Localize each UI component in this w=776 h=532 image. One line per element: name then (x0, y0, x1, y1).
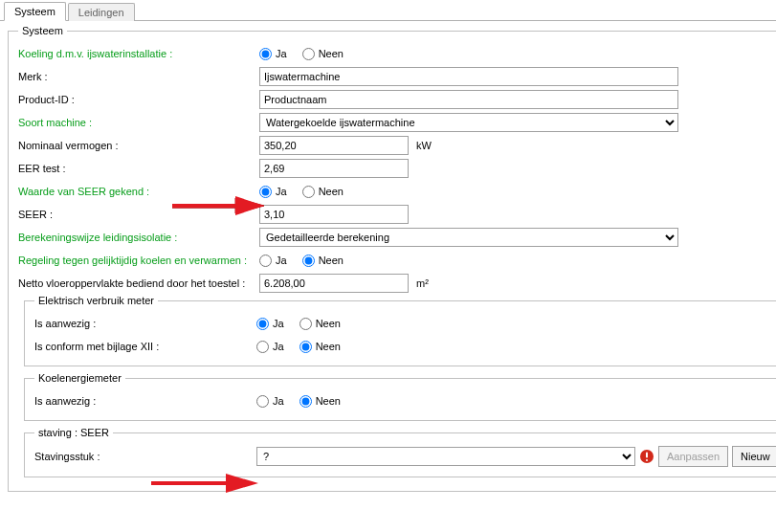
eertest-input[interactable] (259, 159, 409, 178)
error-icon (639, 449, 654, 464)
label-elek-conform: Is conform met bijlage XII : (34, 341, 256, 352)
label-regeling: Regeling tegen gelijktijdig koelen en ve… (18, 255, 259, 266)
elek-aanwezig-neen[interactable]: Neen (299, 318, 341, 330)
staving-fieldset: staving : SEER Stavingsstuk : ? Aanpasse… (24, 427, 776, 477)
seer-known-neen[interactable]: Neen (302, 186, 344, 198)
koel-aanwezig-ja[interactable]: Ja (256, 395, 284, 408)
netto-unit: m² (416, 277, 429, 289)
nominaal-unit: kW (416, 140, 432, 151)
tab-systeem[interactable]: Systeem (4, 2, 66, 21)
regeling-neen[interactable]: Neen (302, 255, 344, 267)
soort-select[interactable]: Watergekoelde ijswatermachine (259, 113, 678, 132)
koel-aanwezig-neen[interactable]: Neen (299, 395, 341, 408)
seer-known-ja[interactable]: Ja (259, 186, 287, 198)
seer-input[interactable] (259, 205, 409, 224)
label-nominaal: Nominaal vermogen : (18, 140, 259, 151)
stavingsstuk-select[interactable]: ? (256, 447, 635, 466)
tab-leidingen[interactable]: Leidingen (68, 3, 135, 21)
label-koel-aanwezig: Is aanwezig : (34, 395, 256, 407)
elektrisch-fieldset: Elektrisch verbruik meter Is aanwezig : … (24, 295, 776, 366)
label-bereken: Berekeningswijze leidingsisolatie : (18, 232, 259, 243)
merk-input[interactable] (259, 67, 678, 86)
elek-conform-neen[interactable]: Neen (299, 341, 341, 353)
koelenergie-legend: Koelenergiemeter (34, 372, 125, 384)
nominaal-input[interactable] (259, 136, 409, 155)
elek-conform-ja[interactable]: Ja (256, 341, 284, 353)
aanpassen-button: Aanpassen (658, 446, 728, 467)
label-stavingsstuk: Stavingsstuk : (34, 451, 256, 462)
koeling-ja[interactable]: Ja (259, 48, 287, 60)
regeling-ja[interactable]: Ja (259, 255, 287, 267)
nieuw-button[interactable]: Nieuw (732, 446, 776, 467)
staving-legend: staving : SEER (34, 427, 113, 438)
label-productid: Product-ID : (18, 94, 259, 105)
label-seer-known: Waarde van SEER gekend : (18, 186, 259, 197)
label-koeling: Koeling d.m.v. ijswaterinstallatie : (18, 48, 259, 59)
elek-aanwezig-ja[interactable]: Ja (256, 318, 284, 330)
systeem-fieldset: Systeem Koeling d.m.v. ijswaterinstallat… (8, 25, 776, 492)
bereken-select[interactable]: Gedetailleerde berekening (259, 228, 678, 247)
productid-input[interactable] (259, 90, 678, 109)
label-netto: Netto vloeroppervlakte bediend door het … (18, 277, 259, 289)
label-elek-aanwezig: Is aanwezig : (34, 318, 256, 329)
label-eertest: EER test : (18, 163, 259, 174)
label-seer: SEER : (18, 209, 259, 220)
tab-bar: Systeem Leidingen (0, 0, 776, 21)
systeem-legend: Systeem (18, 25, 67, 36)
elektrisch-legend: Elektrisch verbruik meter (34, 295, 158, 306)
svg-rect-2 (646, 459, 648, 461)
label-soort: Soort machine : (18, 117, 259, 128)
svg-rect-1 (646, 453, 648, 458)
koelenergie-fieldset: Koelenergiemeter Is aanwezig : Ja Neen (24, 372, 776, 421)
koeling-neen[interactable]: Neen (302, 48, 344, 60)
netto-input[interactable] (259, 274, 409, 293)
label-merk: Merk : (18, 71, 259, 82)
